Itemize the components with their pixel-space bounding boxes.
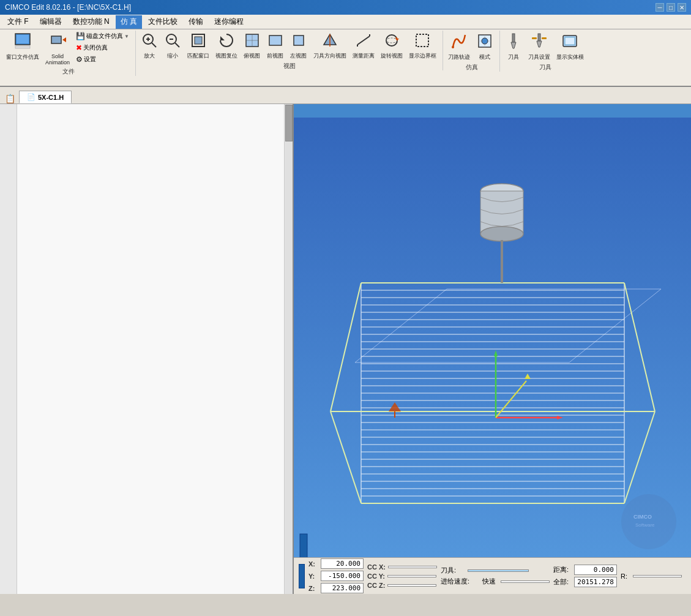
r-value	[633, 575, 682, 577]
svg-line-8	[152, 43, 156, 47]
left-view-button[interactable]: 左视图	[288, 31, 310, 62]
svg-marker-37	[537, 41, 542, 47]
cc-coords: CC X: CC Y: CC Z:	[367, 563, 437, 589]
top-view-label: 俯视图	[244, 52, 260, 60]
file-stack: 💾 磁盘文件仿真 ▼ ✖ 关闭仿真 ⚙ 设置	[73, 31, 132, 67]
zoom-out-button[interactable]: 缩小	[162, 31, 184, 62]
tool-group-label: 刀具	[539, 63, 551, 72]
svg-marker-35	[511, 42, 516, 48]
tool-status-label: 刀具:	[441, 566, 465, 575]
measure-distance-label: 测量距离	[353, 52, 375, 60]
svg-rect-36	[538, 34, 540, 41]
svg-rect-1	[17, 35, 29, 43]
tabs-bar: 📋 📄 5X-C1.H	[0, 87, 691, 104]
toolbar-group-file: 窗口文件仿真 SolidAnimation 💾 磁盘文件仿真 ▼	[2, 31, 136, 76]
close-simulate-icon: ✖	[76, 43, 82, 52]
zoom-out-label: 缩小	[167, 52, 178, 60]
main-content: CIMCO Software X: 20.000 Y: -150.000 Z: …	[0, 104, 691, 594]
zoom-in-button[interactable]: 放大	[138, 31, 160, 62]
menu-editor[interactable]: 编辑器	[35, 15, 67, 29]
menu-nc[interactable]: 数控功能 N	[68, 15, 114, 29]
close-simulate-button[interactable]: ✖ 关闭仿真	[73, 42, 132, 53]
svg-text:Software: Software	[635, 522, 655, 528]
fit-window-button[interactable]: 匹配窗口	[185, 31, 212, 62]
fit-window-icon	[190, 32, 206, 51]
svg-rect-39	[542, 37, 547, 39]
reset-view-button[interactable]: 视图复位	[213, 31, 240, 62]
tool-settings-button[interactable]: 刀具设置	[526, 31, 553, 63]
zoom-in-icon	[141, 32, 157, 51]
distance-group: 距离: 0.000 全部: 20151.278	[553, 565, 617, 587]
feed-label: 进给速度:	[441, 577, 477, 586]
svg-rect-3	[51, 36, 61, 43]
ccy-value	[387, 575, 436, 577]
front-view-button[interactable]: 前视图	[264, 31, 286, 62]
ccz-value	[387, 584, 436, 587]
svg-marker-14	[220, 36, 225, 40]
svg-rect-19	[294, 36, 304, 45]
file-tab[interactable]: 📄 5X-C1.H	[19, 91, 72, 103]
code-content	[0, 104, 293, 594]
ccx-value	[388, 566, 437, 568]
all-label: 全部:	[553, 577, 572, 587]
tool-icon	[505, 32, 522, 53]
menu-file[interactable]: 文件 F	[2, 15, 34, 29]
ccz-label: CC Z:	[367, 582, 385, 589]
solid-animation-button[interactable]: SolidAnimation	[43, 31, 72, 67]
titlebar-controls[interactable]: ─ □ ✕	[656, 3, 686, 12]
rotate-view-button[interactable]: 旋转视图	[378, 31, 405, 62]
svg-marker-27	[395, 39, 399, 40]
left-view-label: 左视图	[290, 52, 307, 60]
window-simulate-button[interactable]: 窗口文件仿真	[4, 31, 42, 67]
tool-feed-group: 刀具: 进给速度: 快速	[441, 566, 550, 586]
toolpath-label: 刀路轨迹	[448, 53, 470, 61]
settings-icon: ⚙	[76, 55, 83, 64]
code-lines[interactable]	[17, 104, 284, 594]
mode-label: 模式	[479, 53, 490, 61]
svg-rect-34	[512, 34, 515, 42]
show-solid-button[interactable]: 显示实体模	[554, 31, 586, 63]
menu-mini[interactable]: 迷你编程	[209, 15, 248, 29]
toolbar-group-tool: 刀具 刀具设置	[501, 31, 590, 72]
scrollbar[interactable]	[284, 104, 293, 594]
rotate-view-label: 旋转视图	[381, 52, 403, 60]
show-bounds-icon	[414, 32, 430, 51]
top-view-button[interactable]: 俯视图	[241, 31, 263, 62]
disk-simulate-icon: 💾	[76, 32, 85, 40]
svg-point-29	[452, 46, 454, 48]
disk-simulate-label: 磁盘文件仿真	[86, 32, 123, 40]
measure-distance-button[interactable]: 测量距离	[350, 31, 377, 62]
show-bounds-button[interactable]: 显示边界框	[406, 31, 439, 62]
settings-button[interactable]: ⚙ 设置	[73, 54, 132, 65]
rotate-view-icon	[384, 32, 400, 51]
menu-simulate[interactable]: 仿 真	[116, 15, 142, 29]
y-label: Y:	[308, 573, 318, 580]
svg-rect-96	[300, 534, 307, 558]
maximize-button[interactable]: □	[667, 3, 675, 12]
solid-animation-label: SolidAnimation	[45, 53, 70, 66]
minimize-button[interactable]: ─	[656, 3, 664, 12]
close-button[interactable]: ✕	[678, 3, 686, 12]
toolpath-button[interactable]: 刀路轨迹	[446, 31, 472, 63]
mode-button[interactable]: 模式	[474, 31, 496, 63]
window-simulate-label: 窗口文件仿真	[6, 53, 39, 61]
disk-simulate-button[interactable]: 💾 磁盘文件仿真 ▼	[73, 31, 132, 42]
tool-button[interactable]: 刀具	[502, 31, 525, 63]
tab-icon: 📄	[27, 93, 35, 101]
svg-line-11	[175, 43, 179, 47]
menu-transfer[interactable]: 传输	[184, 15, 208, 29]
menubar: 文件 F 编辑器 数控功能 N 仿 真 文件比较 传输 迷你编程	[0, 15, 691, 29]
y-value: -150.000	[321, 571, 364, 581]
3d-viewport[interactable]: CIMCO Software X: 20.000 Y: -150.000 Z: …	[294, 104, 691, 594]
x-label: X:	[308, 560, 318, 568]
solid-animation-icon	[49, 32, 66, 53]
scroll-thumb[interactable]	[285, 105, 293, 141]
tool-label: 刀具	[508, 53, 519, 61]
status-indicator-left	[299, 564, 305, 588]
svg-rect-38	[532, 37, 537, 39]
menu-compare[interactable]: 文件比较	[143, 15, 182, 29]
code-editor[interactable]	[0, 104, 294, 594]
tool-direction-button[interactable]: 刀具方向视图	[311, 31, 349, 62]
svg-point-25	[386, 35, 397, 46]
front-view-label: 前视图	[267, 52, 283, 60]
